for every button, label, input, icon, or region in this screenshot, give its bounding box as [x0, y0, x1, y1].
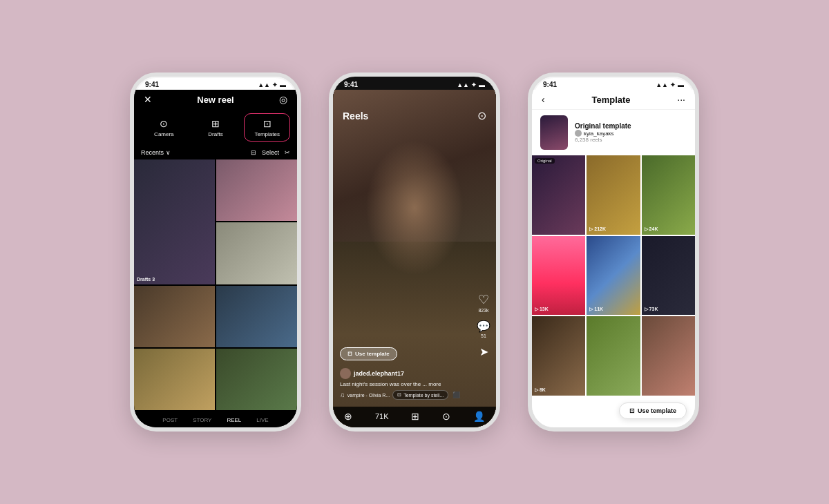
time-1: 9:41	[145, 81, 159, 88]
status-icons-3: ▲▲ ✦ ▬	[656, 81, 684, 88]
phone-1: 9:41 ▲▲ ✦ ▬ ✕ New reel ◎ ⊙ Camera ⊞ Draf…	[130, 72, 301, 432]
template-pill-icon: ⊡	[397, 392, 401, 398]
original-template-thumbnail	[540, 115, 568, 150]
phone2-title: Reels	[343, 110, 368, 122]
phone-2: 9:41 ▲▲ ✦ ▬ Reels ⊙ ♡ 823k 💬	[329, 72, 500, 432]
phone3-title: Template	[591, 95, 630, 105]
user-avatar	[340, 368, 351, 379]
tab-templates-label: Templates	[254, 131, 279, 137]
wifi-icon-2: ✦	[471, 81, 477, 88]
wifi-icon: ✦	[272, 81, 278, 88]
username-link: kyia_kayaks	[584, 130, 614, 137]
battery-icon-2: ▬	[479, 81, 485, 88]
tab-drafts-label: Drafts	[208, 131, 222, 137]
phone1-title: New reel	[197, 95, 234, 105]
use-template-label: Use template	[355, 351, 390, 357]
use-template-label-3: Use template	[638, 407, 676, 414]
nav-add-icon[interactable]: ⊞	[411, 411, 419, 422]
phone2-header: Reels ⊙	[333, 105, 496, 126]
phone2-bottom-nav: ⊕ 71K ⊞ ⊙ 👤	[333, 407, 496, 427]
template-cell-2[interactable]: ▷ 212K	[587, 155, 640, 235]
use-template-button-3[interactable]: ⊡ Use template	[619, 403, 687, 419]
original-template-user[interactable]: kyia_kayaks	[575, 130, 687, 137]
template-cell-1[interactable]: Original	[532, 155, 585, 235]
edit-icon[interactable]: ✂	[285, 149, 290, 156]
template-pill[interactable]: ⊡ Template by stell...	[392, 390, 448, 400]
status-icons-1: ▲▲ ✦ ▬	[258, 81, 286, 88]
signal-icon-2: ▲▲	[457, 81, 469, 88]
back-button[interactable]: ‹	[542, 94, 545, 105]
user-dot	[575, 130, 582, 137]
nav-home-icon[interactable]: ⊕	[344, 411, 352, 422]
more-button[interactable]: ···	[677, 94, 685, 105]
camera-icon-2[interactable]: ⊙	[477, 109, 486, 122]
play-count-2: ▷ 212K	[589, 226, 606, 232]
phone3-header: ‹ Template ···	[532, 90, 695, 110]
original-template-title: Original template	[575, 122, 687, 130]
comment-action[interactable]: 💬 51	[477, 320, 490, 338]
signal-icon: ▲▲	[258, 81, 270, 88]
template-cell-9[interactable]	[642, 316, 695, 396]
heart-icon: ♡	[478, 292, 489, 307]
grid-cell-3[interactable]	[216, 222, 297, 284]
grid-cell-7[interactable]	[216, 349, 297, 410]
tab-drafts[interactable]: ⊞ Drafts	[193, 113, 239, 142]
grid-cell-2[interactable]	[216, 159, 297, 221]
music-note-icon: ♫	[340, 391, 345, 398]
nav-play-icon[interactable]: 71K	[375, 412, 389, 420]
original-template-info: Original template kyia_kayaks 6,238 reel…	[575, 122, 687, 143]
recents-actions: ⊟ Select ✂	[251, 149, 290, 156]
play-count-4: ▷ 13K	[535, 307, 549, 312]
phone1-tabs: ⊙ Camera ⊞ Drafts ⊡ Templates	[134, 109, 297, 146]
battery-icon: ▬	[280, 81, 286, 88]
tab-camera[interactable]: ⊙ Camera	[141, 113, 187, 142]
template-grid: Original ▷ 212K ▷ 24K ▷ 13K ▷ 11K ▷ 73K …	[532, 155, 695, 397]
nav-reel-label: REEL	[227, 417, 241, 423]
like-count: 823k	[478, 308, 488, 313]
status-bar-2: 9:41 ▲▲ ✦ ▬	[333, 77, 496, 90]
username-text[interactable]: jaded.elephant17	[354, 370, 404, 377]
battery-icon-3: ▬	[678, 81, 684, 88]
nav-profile-icon[interactable]: 👤	[473, 411, 485, 422]
status-icons-2: ▲▲ ✦ ▬	[457, 81, 485, 88]
nav-reel[interactable]: REEL	[227, 417, 241, 423]
grid-cell-5[interactable]	[216, 286, 297, 347]
template-cell-3[interactable]: ▷ 24K	[642, 155, 695, 235]
select-label[interactable]: Select	[262, 149, 279, 156]
grid-cell-6[interactable]	[134, 349, 215, 410]
multi-select-icon[interactable]: ⊟	[251, 149, 256, 156]
drafts-icon: ⊞	[211, 118, 220, 129]
phone1-bottom-nav: POST STORY REEL LIVE	[134, 411, 297, 427]
template-cell-5[interactable]: ▷ 11K	[587, 236, 640, 316]
close-icon[interactable]: ✕	[144, 94, 152, 105]
phone1-recents-bar: Recents ∨ ⊟ Select ✂	[134, 146, 297, 159]
phone1-header: ✕ New reel ◎	[134, 90, 297, 109]
wifi-icon-3: ✦	[670, 81, 676, 88]
nav-live[interactable]: LIVE	[256, 417, 268, 423]
grid-cell-4[interactable]	[134, 286, 215, 347]
reels-count: 6,238 reels	[575, 137, 687, 143]
original-template-row: Original template kyia_kayaks 6,238 reel…	[532, 110, 695, 155]
template-cell-8[interactable]	[587, 316, 640, 396]
tab-templates[interactable]: ⊡ Templates	[244, 113, 290, 142]
stop-icon: ⬛	[452, 391, 460, 398]
use-template-button[interactable]: ⊡ Use template	[340, 347, 397, 360]
like-action[interactable]: ♡ 823k	[478, 292, 489, 313]
nav-post[interactable]: POST	[162, 417, 178, 423]
phone1-media-grid: Drafts 3	[134, 159, 297, 411]
settings-icon[interactable]: ◎	[279, 94, 287, 105]
template-icon: ⊡	[347, 351, 352, 357]
template-cell-4[interactable]: ▷ 13K	[532, 236, 585, 316]
nav-shop-icon[interactable]: ⊙	[442, 411, 450, 422]
nav-story[interactable]: STORY	[193, 417, 211, 423]
original-badge: Original	[535, 158, 555, 164]
template-cell-6[interactable]: ▷ 73K	[642, 236, 695, 316]
recents-label[interactable]: Recents ∨	[141, 149, 171, 156]
phone2-body: Reels ⊙ ♡ 823k 💬 51 ➤ ⊡ Use template	[333, 90, 496, 427]
drafts-label: Drafts 3	[137, 277, 155, 282]
template-cell-7[interactable]: ▷ 8K	[532, 316, 585, 396]
username-row: jaded.elephant17	[340, 368, 489, 379]
caption-text: Last night's session was over the ... mo…	[340, 381, 489, 387]
phone3-body: ‹ Template ··· Original template kyia_ka…	[532, 90, 695, 427]
grid-cell-1[interactable]: Drafts 3	[134, 159, 215, 284]
